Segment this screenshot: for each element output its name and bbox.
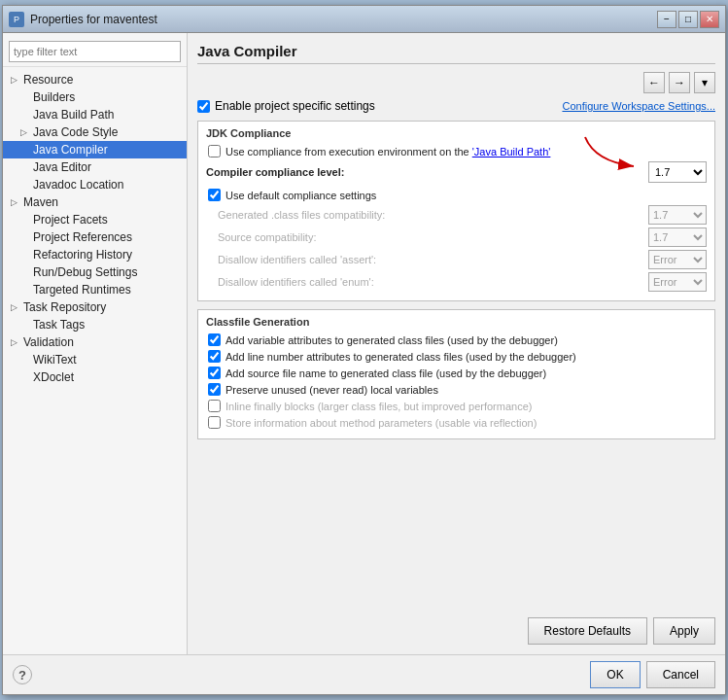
sidebar-item-task-tags[interactable]: Task Tags: [3, 316, 187, 333]
enable-settings-row: Enable project specific settings Configu…: [197, 99, 715, 113]
sidebar-item-builders[interactable]: Builders: [3, 88, 187, 106]
compiler-compliance-row: Compiler compliance level:: [206, 161, 707, 183]
sidebar-item-java-compiler[interactable]: Java Compiler: [3, 141, 187, 158]
generated-class-label: Generated .class files compatibility:: [218, 209, 385, 221]
classfile-checkbox-4[interactable]: [208, 400, 221, 412]
expand-icon: ▷: [11, 75, 20, 85]
disallow-assert-label: Disallow identifiers called 'assert':: [218, 254, 376, 265]
compiler-compliance-label: Compiler compliance level:: [206, 166, 344, 178]
disallow-enum-label: Disallow identifiers called 'enum':: [218, 276, 374, 288]
disallow-assert-select[interactable]: Error: [648, 250, 707, 269]
jdk-compliance-title: JDK Compliance: [206, 127, 707, 139]
expand-icon: ▷: [11, 302, 20, 312]
cancel-button[interactable]: Cancel: [646, 661, 715, 688]
classfile-label-2: Add source file name to generated class …: [225, 368, 546, 379]
classfile-checkbox-3[interactable]: [208, 383, 221, 396]
use-compliance-row: Use compliance from execution environmen…: [206, 145, 707, 158]
sidebar-item-project-references[interactable]: Project References: [3, 228, 187, 246]
disallow-enum-row: Disallow identifiers called 'enum': Erro…: [206, 272, 707, 292]
sidebar-item-refactoring[interactable]: Refactoring History: [3, 246, 187, 263]
expand-icon: ▷: [11, 197, 20, 207]
jdk-compliance-section: JDK Compliance Use compliance from execu…: [197, 121, 715, 301]
window-icon: P: [9, 12, 24, 27]
classfile-label-3: Preserve unused (never read) local varia…: [225, 384, 438, 396]
classfile-item-2: Add source file name to generated class …: [206, 367, 707, 379]
sidebar-item-validation[interactable]: ▷ Validation: [3, 333, 187, 351]
bottom-bar: ? OK Cancel: [3, 654, 725, 694]
properties-window: P Properties for maventest − □ ✕ ▷ Resou…: [2, 5, 726, 695]
enable-project-checkbox[interactable]: [197, 100, 210, 113]
filter-input[interactable]: [9, 41, 181, 62]
back-button[interactable]: ←: [643, 72, 665, 93]
use-default-checkbox[interactable]: [208, 189, 221, 201]
use-default-label: Use default compliance settings: [225, 190, 376, 201]
sidebar-item-java-code-style[interactable]: ▷ Java Code Style: [3, 123, 187, 141]
classfile-item-0: Add variable attributes to generated cla…: [206, 333, 707, 346]
source-compat-select[interactable]: 1.7: [648, 228, 707, 247]
classfile-label-4: Inline finally blocks (larger class file…: [225, 401, 532, 412]
classfile-label-0: Add variable attributes to generated cla…: [225, 334, 558, 346]
sidebar-item-wikitext[interactable]: WikiText: [3, 351, 187, 368]
sidebar-item-java-editor[interactable]: Java Editor: [3, 158, 187, 176]
use-compliance-label: Use compliance from execution environmen…: [225, 146, 550, 158]
bottom-right-buttons: OK Cancel: [590, 661, 715, 688]
compiler-compliance-select[interactable]: 1.7 1.6 1.5 1.4: [648, 161, 707, 183]
sidebar-item-maven[interactable]: ▷ Maven: [3, 193, 187, 211]
generated-class-row: Generated .class files compatibility: 1.…: [206, 205, 707, 225]
classfile-checkbox-5[interactable]: [208, 416, 221, 429]
expand-icon: ▷: [20, 127, 30, 137]
panel-title: Java Compiler: [197, 43, 715, 64]
panel-tools: ← → ▾: [197, 72, 715, 93]
source-compat-row: Source compatibility: 1.7: [206, 228, 707, 247]
configure-workspace-link[interactable]: Configure Workspace Settings...: [562, 100, 715, 112]
filter-wrap: [3, 37, 187, 67]
classfile-generation-section: Classfile Generation Add variable attrib…: [197, 309, 715, 439]
title-bar: P Properties for maventest − □ ✕: [3, 6, 725, 33]
disallow-assert-row: Disallow identifiers called 'assert': Er…: [206, 250, 707, 269]
java-build-path-link[interactable]: 'Java Build Path': [472, 146, 551, 158]
classfile-item-3: Preserve unused (never read) local varia…: [206, 383, 707, 396]
use-default-row: Use default compliance settings: [206, 189, 707, 201]
classfile-label-5: Store information about method parameter…: [225, 417, 537, 429]
sidebar-item-javadoc[interactable]: Javadoc Location: [3, 176, 187, 193]
action-row: Restore Defaults Apply: [197, 610, 715, 645]
help-button[interactable]: ?: [13, 665, 32, 684]
classfile-item-1: Add line number attributes to generated …: [206, 350, 707, 363]
classfile-checkbox-0[interactable]: [208, 333, 221, 346]
sidebar-item-task-repository[interactable]: ▷ Task Repository: [3, 298, 187, 316]
generated-class-select[interactable]: 1.7: [648, 205, 707, 225]
classfile-item-5: Store information about method parameter…: [206, 416, 707, 429]
maximize-button[interactable]: □: [678, 11, 698, 28]
classfile-label-1: Add line number attributes to generated …: [225, 351, 576, 363]
use-compliance-checkbox[interactable]: [208, 145, 221, 158]
restore-defaults-button[interactable]: Restore Defaults: [528, 617, 647, 645]
classfile-checkbox-1[interactable]: [208, 350, 221, 363]
sidebar-item-project-facets[interactable]: Project Facets: [3, 211, 187, 228]
sidebar: ▷ Resource Builders Java Build Path ▷ Ja…: [3, 33, 188, 654]
forward-button[interactable]: →: [669, 72, 690, 93]
title-buttons: − □ ✕: [657, 11, 719, 28]
sidebar-item-targeted-runtimes[interactable]: Targeted Runtimes: [3, 281, 187, 298]
main-panel: Java Compiler ← → ▾ Enable project speci…: [188, 33, 725, 654]
sidebar-item-resource[interactable]: ▷ Resource: [3, 71, 187, 88]
window-title: Properties for maventest: [30, 13, 157, 26]
disallow-enum-select[interactable]: Error: [648, 272, 707, 292]
close-button[interactable]: ✕: [700, 11, 719, 28]
sidebar-item-xdoclet[interactable]: XDoclet: [3, 368, 187, 386]
content-area: ▷ Resource Builders Java Build Path ▷ Ja…: [3, 33, 725, 654]
ok-button[interactable]: OK: [590, 661, 640, 688]
apply-button[interactable]: Apply: [653, 617, 715, 645]
sidebar-item-run-debug[interactable]: Run/Debug Settings: [3, 263, 187, 281]
menu-button[interactable]: ▾: [694, 72, 715, 93]
source-compat-label: Source compatibility:: [218, 231, 317, 243]
classfile-title: Classfile Generation: [206, 316, 707, 328]
minimize-button[interactable]: −: [657, 11, 676, 28]
classfile-checkbox-2[interactable]: [208, 367, 221, 379]
sidebar-item-java-build-path[interactable]: Java Build Path: [3, 106, 187, 123]
classfile-item-4: Inline finally blocks (larger class file…: [206, 400, 707, 412]
expand-icon: ▷: [11, 337, 20, 347]
enable-project-label: Enable project specific settings: [215, 99, 375, 113]
